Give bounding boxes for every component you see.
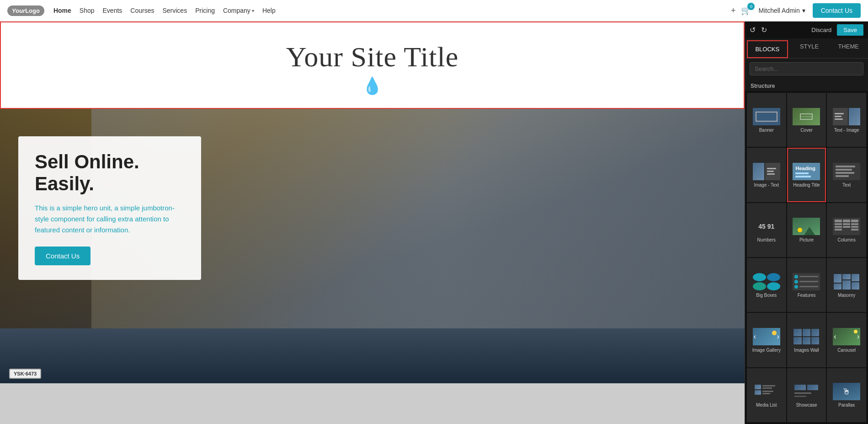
cart-icon[interactable]: 🛒 0 [741, 5, 751, 16]
cover-label: Cover [800, 128, 813, 133]
block-banner[interactable]: Banner [747, 93, 786, 147]
hero-card: Sell Online. Easily. This is a simple he… [18, 136, 201, 280]
block-columns[interactable]: Columns [827, 203, 866, 257]
block-text[interactable]: Text [827, 148, 866, 202]
nav-links: Home Shop Events Courses Services Pricin… [53, 7, 727, 14]
heading-title-label: Heading Title [793, 182, 820, 188]
parallax-icon: 🖱 [833, 383, 860, 400]
block-image-gallery[interactable]: ‹ › Image Gallery [747, 313, 786, 367]
big-boxes-icon [753, 273, 780, 290]
search-input[interactable] [750, 62, 863, 75]
tab-blocks[interactable]: BLOCKS [747, 40, 788, 58]
add-icon[interactable]: + [731, 6, 736, 16]
structure-label: Structure [745, 79, 868, 91]
block-picture[interactable]: Picture [787, 203, 826, 257]
panel-top-bar: ↺ ↻ Discard Save [745, 21, 868, 38]
hero-headline: Sell Online. Easily. [35, 151, 185, 195]
masonry-label: Masonry [838, 293, 855, 298]
block-masonry[interactable]: Masonry [827, 258, 866, 312]
nav-home[interactable]: Home [53, 7, 71, 14]
user-name: Mitchell Admin [758, 7, 799, 14]
block-features[interactable]: Features [787, 258, 826, 312]
image-gallery-icon: ‹ › [753, 328, 780, 345]
main-area: Your Site Title 💧 Sell Online. Easily. T… [0, 21, 868, 424]
hero-contact-button[interactable]: Contact Us [35, 247, 91, 265]
nav-icons: + 🛒 0 [731, 5, 751, 16]
image-text-label: Image - Text [754, 182, 779, 188]
carousel-icon: ‹ › [833, 328, 860, 345]
mouse-icon: 🖱 [842, 387, 851, 397]
cover-icon [793, 108, 820, 125]
canvas-area[interactable]: Your Site Title 💧 Sell Online. Easily. T… [0, 21, 745, 424]
panel-search-area [745, 59, 868, 79]
hero-block[interactable]: Sell Online. Easily. This is a simple he… [0, 109, 745, 328]
panel-save-actions: Discard Save [811, 24, 863, 36]
block-image-text[interactable]: Image - Text [747, 148, 786, 202]
block-images-wall[interactable]: Images Wall [787, 313, 826, 367]
company-dropdown-arrow: ▾ [252, 8, 254, 13]
big-boxes-label: Big Boxes [756, 293, 777, 298]
contact-us-nav-button[interactable]: Contact Us [813, 3, 861, 18]
site-title-block[interactable]: Your Site Title 💧 [0, 21, 745, 109]
undo-icon[interactable]: ↺ [750, 26, 756, 34]
picture-label: Picture [799, 237, 814, 243]
columns-icon [833, 218, 860, 235]
truck-plate: YSK·6473 [9, 369, 41, 379]
block-carousel[interactable]: ‹ › Carousel [827, 313, 866, 367]
nav-events[interactable]: Events [103, 7, 122, 14]
block-numbers[interactable]: 45 91 Numbers [747, 203, 786, 257]
block-big-boxes[interactable]: Big Boxes [747, 258, 786, 312]
heading-title-icon: Heading [793, 163, 820, 180]
site-title-drop-icon: 💧 [10, 78, 735, 94]
nav-pricing[interactable]: Pricing [195, 7, 215, 14]
banner-icon [753, 108, 780, 125]
masonry-icon [833, 273, 860, 290]
carousel-label: Carousel [837, 348, 856, 353]
nav-shop[interactable]: Shop [80, 7, 95, 14]
columns-label: Columns [837, 237, 855, 243]
images-wall-icon [793, 328, 820, 345]
block-media-list[interactable]: Media List [747, 368, 786, 422]
redo-icon[interactable]: ↻ [761, 26, 767, 34]
numbers-icon: 45 91 [753, 218, 780, 235]
block-cover[interactable]: Cover [787, 93, 826, 147]
right-panel: ↺ ↻ Discard Save BLOCKS STYLE THEME Stru… [745, 21, 868, 424]
images-wall-label: Images Wall [794, 348, 819, 353]
image-text-icon [753, 163, 780, 180]
parallax-label: Parallax [838, 403, 855, 408]
cart-badge: 0 [747, 3, 755, 10]
media-list-label: Media List [756, 403, 777, 408]
site-title-text: Your Site Title [10, 41, 735, 73]
user-menu[interactable]: Mitchell Admin ▾ [758, 7, 805, 14]
media-list-icon [753, 383, 780, 400]
nav-company[interactable]: Company ▾ [223, 7, 254, 14]
block-heading-title[interactable]: Heading Heading Title [787, 148, 826, 202]
truck-area: YSK·6473 [0, 328, 745, 383]
showcase-icon [793, 383, 820, 400]
top-navigation: YourLogo Home Shop Events Courses Servic… [0, 0, 868, 21]
blocks-grid: Banner Cover [745, 91, 868, 424]
panel-history-actions: ↺ ↻ [750, 26, 767, 34]
features-label: Features [798, 293, 815, 298]
block-parallax[interactable]: 🖱 Parallax [827, 368, 866, 422]
user-dropdown-arrow: ▾ [802, 7, 805, 14]
nav-courses[interactable]: Courses [130, 7, 154, 14]
block-text-image[interactable]: Text - Image [827, 93, 866, 147]
discard-button[interactable]: Discard [811, 27, 831, 33]
text-icon [833, 163, 860, 180]
numbers-label: Numbers [757, 237, 776, 243]
nav-help[interactable]: Help [262, 7, 276, 14]
logo-image[interactable]: YourLogo [7, 5, 44, 16]
tab-theme[interactable]: THEME [829, 38, 868, 58]
text-image-icon [833, 108, 860, 125]
banner-label: Banner [759, 128, 774, 133]
nav-services[interactable]: Services [162, 7, 187, 14]
image-gallery-label: Image Gallery [752, 348, 781, 353]
panel-tabs: BLOCKS STYLE THEME [745, 38, 868, 59]
tab-style[interactable]: STYLE [790, 38, 829, 58]
hero-subtext: This is a simple hero unit, a simple jum… [35, 203, 185, 236]
block-showcase[interactable]: Showcase [787, 368, 826, 422]
save-button[interactable]: Save [837, 24, 863, 36]
logo[interactable]: YourLogo [7, 5, 44, 16]
showcase-label: Showcase [796, 403, 817, 408]
